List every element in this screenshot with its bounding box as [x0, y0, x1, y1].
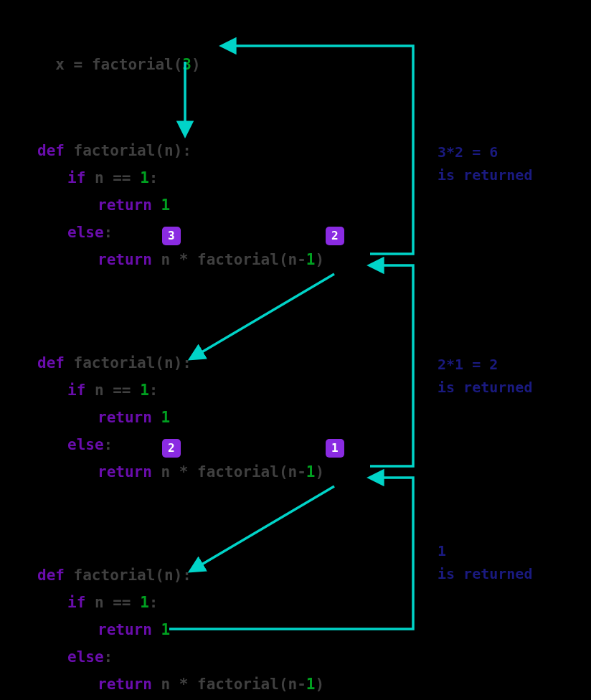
def-line-3: def factorial(n): [37, 567, 192, 584]
return-one: 1 [161, 197, 171, 214]
annot-3-bot: is returned [438, 565, 532, 582]
return2-line-1: return n * factorial(n-1) [98, 251, 324, 268]
if-cond: n == [95, 594, 140, 611]
if-one: 1 [140, 594, 149, 611]
call-line: x = factorial(3) [37, 39, 201, 73]
return-kw: return [98, 197, 161, 214]
else-kw: else [67, 648, 104, 666]
return2-kw: return [98, 676, 161, 693]
return2-kw: return [98, 251, 161, 268]
else-colon: : [104, 224, 113, 241]
annot-1-top: 3*2 = 6 [438, 143, 498, 161]
arrow-block2-to-def3 [191, 486, 334, 571]
else-kw: else [67, 436, 104, 453]
arrow-return-block3 [169, 478, 413, 629]
call-fn: factorial( [92, 56, 182, 73]
return2-one: 1 [306, 463, 316, 481]
arrow-return-block1 [222, 46, 413, 254]
return2-expr: n * factorial(n- [161, 251, 306, 268]
return2-one: 1 [306, 676, 316, 693]
if-cond: n == [95, 382, 140, 399]
else-kw: else [67, 224, 104, 241]
return1-line-1: return 1 [98, 197, 170, 214]
call-arg: 3 [182, 56, 192, 73]
if-colon: : [149, 169, 159, 186]
assign-lhs: x [55, 56, 73, 73]
diagram-canvas: { "call": {"lhs":"x ","eq":"= ","fn":"fa… [0, 0, 591, 700]
badge-n-1: 3 [162, 227, 181, 245]
return-one: 1 [161, 621, 171, 638]
badge-nminus1-2: 1 [326, 439, 344, 458]
if-colon: : [149, 382, 159, 399]
def-name: factorial(n): [74, 567, 192, 584]
arrow-block1-to-def2 [191, 274, 334, 359]
if-one: 1 [140, 382, 149, 399]
return-kw: return [98, 409, 161, 426]
annot-2: 2*1 = 2 is returned [438, 353, 532, 399]
return2-line-3: return n * factorial(n-1) [98, 676, 324, 693]
else-colon: : [104, 436, 113, 453]
annot-3: 1 is returned [438, 539, 532, 585]
annot-1-bot: is returned [438, 166, 532, 184]
if-kw: if [67, 382, 95, 399]
def-line-2: def factorial(n): [37, 354, 192, 372]
return2-close: ) [315, 463, 324, 481]
assign-eq: = [74, 56, 92, 73]
def-name: factorial(n): [74, 354, 192, 372]
def-kw: def [37, 142, 74, 159]
else-colon: : [104, 648, 113, 666]
return2-line-2: return n * factorial(n-1) [98, 463, 324, 481]
annot-1: 3*2 = 6 is returned [438, 141, 532, 186]
annot-2-top: 2*1 = 2 [438, 356, 498, 373]
annot-2-bot: is returned [438, 379, 532, 396]
if-colon: : [149, 594, 159, 611]
call-close: ) [192, 56, 201, 73]
return-kw: return [98, 621, 161, 638]
return2-kw: return [98, 463, 161, 481]
return2-expr: n * factorial(n- [161, 463, 306, 481]
return-one: 1 [161, 409, 171, 426]
if-cond: n == [95, 169, 140, 186]
def-kw: def [37, 567, 74, 584]
return1-line-2: return 1 [98, 409, 170, 426]
annot-3-top: 1 [438, 542, 446, 559]
if-line-2: if n == 1: [67, 382, 158, 399]
else-line-1: else: [67, 224, 113, 241]
if-one: 1 [140, 169, 149, 186]
arrow-return-block2 [370, 265, 413, 466]
return2-one: 1 [306, 251, 316, 268]
if-kw: if [67, 169, 95, 186]
return2-close: ) [315, 676, 324, 693]
def-name: factorial(n): [74, 142, 192, 159]
return2-close: ) [315, 251, 324, 268]
else-line-2: else: [67, 436, 113, 453]
badge-nminus1-1: 2 [326, 227, 344, 245]
if-kw: if [67, 594, 95, 611]
else-line-3: else: [67, 648, 113, 666]
if-line-3: if n == 1: [67, 594, 158, 611]
return1-line-3: return 1 [98, 621, 170, 638]
def-kw: def [37, 354, 74, 372]
if-line-1: if n == 1: [67, 169, 158, 186]
def-line-1: def factorial(n): [37, 142, 192, 159]
return2-expr: n * factorial(n- [161, 676, 306, 693]
badge-n-2: 2 [162, 439, 181, 458]
